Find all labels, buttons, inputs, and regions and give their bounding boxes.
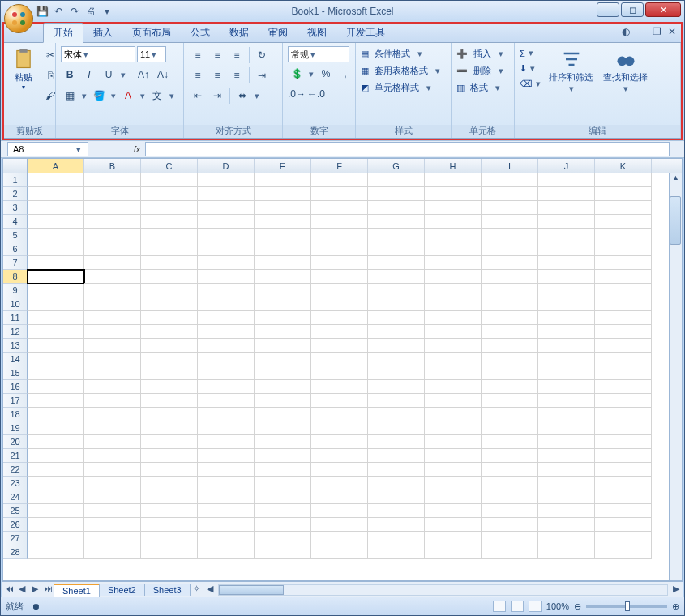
cell[interactable] <box>425 256 482 270</box>
number-format-combo[interactable]: 常规▾ <box>288 46 349 62</box>
cell[interactable] <box>198 284 255 297</box>
cell[interactable] <box>538 284 595 297</box>
cell[interactable] <box>368 242 425 256</box>
cell[interactable] <box>255 284 311 297</box>
cell[interactable] <box>198 394 255 408</box>
cell[interactable] <box>595 353 652 366</box>
cell[interactable] <box>595 545 652 559</box>
cell[interactable] <box>28 477 84 490</box>
cell[interactable] <box>311 490 368 504</box>
tab-nav-last-icon[interactable]: ⏭ <box>41 584 54 597</box>
cell[interactable] <box>84 394 141 408</box>
increase-indent-icon[interactable]: ⇥ <box>208 87 226 105</box>
cell[interactable] <box>538 394 595 408</box>
cell[interactable] <box>198 215 255 229</box>
new-sheet-icon[interactable]: ✧ <box>191 584 203 597</box>
cell[interactable] <box>141 325 198 339</box>
cell[interactable] <box>311 325 368 339</box>
fill-color-icon[interactable]: 🪣 <box>90 87 108 105</box>
column-header[interactable]: K <box>595 159 652 173</box>
scroll-up-icon[interactable]: ▲ <box>670 173 682 185</box>
cell[interactable] <box>425 173 482 187</box>
cell[interactable] <box>595 366 652 380</box>
sheet-tab-1[interactable]: Sheet1 <box>54 584 100 597</box>
cell[interactable] <box>368 449 425 463</box>
cell[interactable] <box>425 463 482 477</box>
cell[interactable] <box>595 325 652 339</box>
vertical-scrollbar[interactable]: ▲ <box>669 173 682 580</box>
cell[interactable] <box>311 187 368 201</box>
cell[interactable] <box>368 215 425 229</box>
cell[interactable] <box>368 463 425 477</box>
cell[interactable] <box>425 518 482 532</box>
align-bottom-icon[interactable]: ≡ <box>228 46 246 64</box>
cell[interactable] <box>368 173 425 187</box>
cell[interactable] <box>141 545 198 559</box>
cell[interactable] <box>538 380 595 394</box>
cell[interactable] <box>368 394 425 408</box>
cell[interactable] <box>368 380 425 394</box>
cell[interactable] <box>482 256 538 270</box>
cell[interactable] <box>368 353 425 366</box>
cell[interactable] <box>311 477 368 490</box>
view-page-layout-icon[interactable] <box>511 601 524 612</box>
cell[interactable] <box>482 435 538 449</box>
tab-nav-prev-icon[interactable]: ◀ <box>15 584 28 597</box>
cell[interactable] <box>84 463 141 477</box>
zoom-slider[interactable] <box>586 605 667 608</box>
vscroll-thumb[interactable] <box>670 196 681 245</box>
cell[interactable] <box>28 490 84 504</box>
cell[interactable] <box>255 311 311 325</box>
cell[interactable] <box>198 353 255 366</box>
cell[interactable] <box>255 242 311 256</box>
cell[interactable] <box>255 215 311 229</box>
clear-button[interactable]: ⌫▾ <box>520 79 542 89</box>
cell[interactable] <box>595 504 652 518</box>
cell[interactable] <box>198 229 255 242</box>
cell[interactable] <box>538 256 595 270</box>
cell[interactable] <box>28 380 84 394</box>
cell[interactable] <box>368 545 425 559</box>
cell[interactable] <box>482 353 538 366</box>
row-header[interactable]: 15 <box>3 366 28 380</box>
row-header[interactable]: 24 <box>3 490 28 504</box>
cell[interactable] <box>482 504 538 518</box>
cell[interactable] <box>311 435 368 449</box>
comma-icon[interactable]: , <box>336 65 354 83</box>
cell[interactable] <box>141 421 198 435</box>
cell[interactable] <box>84 353 141 366</box>
row-header[interactable]: 16 <box>3 380 28 394</box>
cell[interactable] <box>425 380 482 394</box>
percent-icon[interactable]: % <box>317 65 335 83</box>
column-header[interactable]: E <box>255 159 311 173</box>
help-icon[interactable]: ◐ <box>622 26 630 37</box>
autosum-button[interactable]: Σ▾ <box>520 48 542 58</box>
cell[interactable] <box>538 435 595 449</box>
cell[interactable] <box>84 545 141 559</box>
cell[interactable] <box>198 504 255 518</box>
cell[interactable] <box>28 173 84 187</box>
cell[interactable] <box>482 297 538 311</box>
cell[interactable] <box>368 504 425 518</box>
cell[interactable] <box>255 353 311 366</box>
cell[interactable] <box>368 339 425 353</box>
cell[interactable] <box>255 421 311 435</box>
cell[interactable] <box>84 408 141 421</box>
cell[interactable] <box>482 229 538 242</box>
cell[interactable] <box>84 477 141 490</box>
cell[interactable] <box>141 256 198 270</box>
tab-review[interactable]: 审阅 <box>259 24 298 42</box>
cell[interactable] <box>425 201 482 215</box>
cell[interactable] <box>311 532 368 545</box>
cell[interactable] <box>84 229 141 242</box>
cell[interactable] <box>595 490 652 504</box>
cell[interactable] <box>482 187 538 201</box>
cell[interactable] <box>255 490 311 504</box>
cell[interactable] <box>595 256 652 270</box>
mdi-minimize-icon[interactable]: — <box>636 26 646 37</box>
align-middle-icon[interactable]: ≡ <box>208 46 226 64</box>
cell[interactable] <box>595 435 652 449</box>
row-header[interactable]: 8 <box>3 270 28 284</box>
cell[interactable] <box>198 311 255 325</box>
cell[interactable] <box>28 229 84 242</box>
